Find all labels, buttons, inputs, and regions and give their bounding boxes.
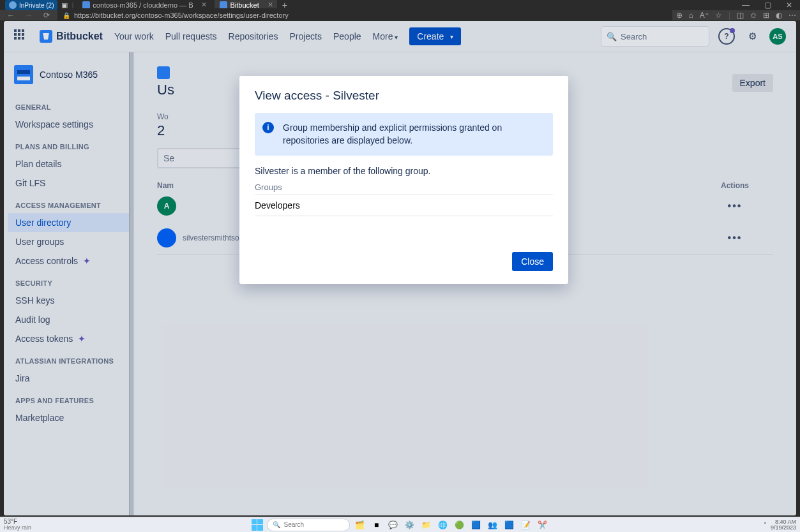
zoom-icon[interactable]: ⊕	[676, 11, 683, 20]
info-panel: i Group membership and explicit permissi…	[255, 113, 553, 156]
app-viewport: Bitbucket Your work Pull requests Reposi…	[4, 21, 796, 515]
taskbar-icon[interactable]: 💬	[387, 519, 400, 531]
taskbar-icon[interactable]: 📁	[420, 519, 433, 531]
group-row: Developers	[255, 195, 553, 216]
address-bar[interactable]: 🔒 https://bitbucket.org/contoso-m365/wor…	[57, 8, 672, 22]
taskbar-search[interactable]: 🔍Search	[267, 519, 350, 531]
member-text: Silvester is a member of the following g…	[255, 166, 553, 176]
close-button[interactable]: Close	[512, 252, 553, 271]
search-icon: 🔍	[273, 521, 280, 528]
windows-taskbar: 53°F Heavy rain 🔍Search 🗂️ ■ 💬 ⚙️ 📁 🌐 🟢 …	[0, 517, 800, 532]
taskbar-icon[interactable]: ✂️	[536, 519, 549, 531]
taskbar-clock[interactable]: 8:40 AM 9/19/2023	[771, 519, 796, 531]
inprivate-badge: InPrivate (2)	[5, 0, 57, 10]
forward-button[interactable]: →	[22, 11, 36, 20]
maximize-button[interactable]: ▢	[757, 1, 778, 10]
taskbar-icon[interactable]: 🟦	[470, 519, 483, 531]
taskbar-icon[interactable]: ■	[370, 519, 383, 531]
favorite-icon[interactable]: ☆	[715, 11, 722, 20]
taskbar-icon[interactable]: 👥	[487, 519, 499, 531]
taskbar-icon[interactable]: ⚙️	[404, 519, 416, 531]
more-icon[interactable]: ⋯	[789, 11, 796, 20]
modal-title: View access - Silvester	[255, 89, 553, 103]
favorites-bar-icon[interactable]: ✩	[750, 11, 757, 20]
window-controls: — ▢ ✕	[735, 1, 800, 10]
info-text: Group membership and explicit permission…	[283, 122, 502, 145]
back-button[interactable]: ←	[4, 11, 18, 20]
refresh-button[interactable]: ⟳	[40, 11, 54, 20]
weather-widget[interactable]: 53°F Heavy rain	[0, 519, 35, 531]
taskbar-icon[interactable]: 🌐	[437, 519, 449, 531]
minimize-button[interactable]: —	[735, 1, 757, 10]
shopping-icon[interactable]: ⌂	[689, 11, 693, 20]
groups-header: Groups	[255, 182, 553, 195]
lock-icon: 🔒	[63, 12, 70, 19]
taskbar-icon[interactable]: 📝	[520, 519, 532, 531]
browser-address-row: ← → ⟳ 🔒 https://bitbucket.org/contoso-m3…	[0, 10, 800, 20]
read-aloud-icon[interactable]: A⁺	[700, 11, 709, 20]
info-icon: i	[262, 122, 274, 133]
taskbar-icon[interactable]: 🟦	[503, 519, 516, 531]
split-icon[interactable]: ◫	[737, 11, 744, 20]
close-window-button[interactable]: ✕	[778, 1, 800, 10]
taskbar-icon[interactable]: 🗂️	[354, 519, 366, 531]
url-text: https://bitbucket.org/contoso-m365/works…	[74, 11, 289, 19]
inprivate-icon[interactable]: ◐	[776, 11, 782, 20]
taskbar-icon[interactable]: 🟢	[453, 519, 466, 531]
view-access-modal: View access - Silvester i Group membersh…	[239, 76, 568, 284]
collections-icon[interactable]: ⊞	[763, 11, 769, 20]
tray-chevron-icon[interactable]: ˄	[764, 521, 767, 528]
start-button[interactable]	[252, 519, 263, 531]
